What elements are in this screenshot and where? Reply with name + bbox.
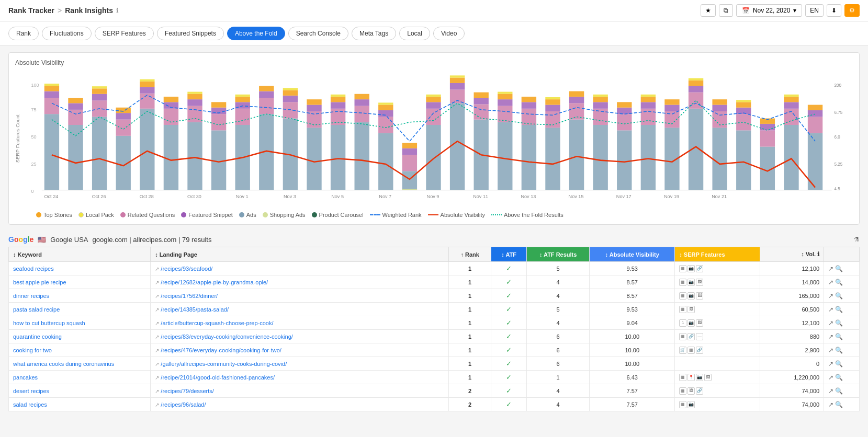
landing-cell[interactable]: ↗ /recipes/17562/dinner/	[151, 289, 449, 303]
tab-local[interactable]: Local	[399, 27, 430, 40]
col-serp-features[interactable]: ↕ SERP Features	[675, 247, 760, 262]
trend-button[interactable]: ↗	[828, 374, 833, 381]
serp-feature-icon[interactable]: 1	[679, 319, 686, 327]
col-abs-vis[interactable]: ↕ Absolute Visibility	[590, 247, 675, 262]
serp-feature-icon[interactable]: ▦	[679, 279, 686, 286]
landing-cell[interactable]: ↗ /recipe/21014/good-old-fashioned-panca…	[151, 371, 449, 384]
keyword-cell[interactable]: seafood recipes	[9, 262, 151, 275]
search-button[interactable]: 🔍	[835, 306, 843, 313]
landing-cell[interactable]: ↗ /recipes/79/desserts/	[151, 384, 449, 398]
tab-fluctuations[interactable]: Fluctuations	[42, 27, 92, 40]
serp-feature-icon[interactable]: 📷	[687, 265, 695, 272]
search-button[interactable]: 🔍	[835, 401, 843, 408]
download-button[interactable]: ⬇	[827, 4, 841, 17]
serp-feature-icon[interactable]: 🖼	[696, 292, 703, 300]
landing-cell[interactable]: ↗ /recipes/476/everyday-cooking/cooking-…	[151, 343, 449, 357]
language-button[interactable]: EN	[805, 4, 824, 17]
landing-cell[interactable]: ↗ /recipe/12682/apple-pie-by-grandma-opl…	[151, 275, 449, 289]
serp-feature-icon[interactable]: 📷	[687, 401, 695, 408]
col-landing[interactable]: ↕ Landing Page	[151, 247, 449, 262]
keyword-cell[interactable]: desert recipes	[9, 384, 151, 398]
serp-feature-icon[interactable]: 📷	[687, 279, 695, 286]
keyword-cell[interactable]: quarantine cooking	[9, 330, 151, 343]
landing-cell[interactable]: ↗ /recipes/93/seafood/	[151, 262, 449, 275]
keyword-cell[interactable]: what america cooks during coronavirius	[9, 357, 151, 371]
tab-above-the-fold[interactable]: Above the Fold	[227, 27, 285, 40]
col-keyword[interactable]: ↕ Keyword	[9, 247, 151, 262]
landing-cell[interactable]: ↗ /recipe/14385/pasta-salad/	[151, 303, 449, 316]
tab-rank[interactable]: Rank	[8, 27, 39, 40]
trend-button[interactable]: ↗	[828, 333, 833, 340]
landing-cell[interactable]: ↗ /article/buttercup-squash-choose-prep-…	[151, 316, 449, 330]
serp-feature-icon[interactable]: 🔗	[696, 347, 703, 354]
col-atf[interactable]: ↕ ATF	[491, 247, 527, 262]
copy-button[interactable]: ⧉	[719, 4, 733, 17]
keyword-cell[interactable]: cooking for two	[9, 343, 151, 357]
tab-video[interactable]: Video	[433, 27, 465, 40]
serp-feature-icon[interactable]: ▦	[679, 374, 686, 381]
serp-feature-icon[interactable]: 📷	[687, 292, 695, 300]
trend-button[interactable]: ↗	[828, 279, 833, 286]
serp-feature-icon[interactable]: 📷	[696, 374, 703, 381]
serp-feature-icon[interactable]: 🖼	[696, 319, 703, 327]
landing-cell[interactable]: ↗ /gallery/allrecipes-community-cooks-du…	[151, 357, 449, 371]
col-rank[interactable]: ↑ Rank	[448, 247, 491, 262]
search-button[interactable]: 🔍	[835, 347, 843, 354]
serp-feature-icon[interactable]: 🛒	[679, 347, 686, 354]
search-button[interactable]: 🔍	[835, 265, 843, 272]
serp-feature-icon[interactable]: 📷	[687, 319, 695, 327]
serp-feature-icon[interactable]: —	[696, 333, 703, 340]
search-button[interactable]: 🔍	[835, 319, 843, 327]
star-button[interactable]: ★	[701, 4, 716, 17]
landing-cell[interactable]: ↗ /recipes/96/salad/	[151, 398, 449, 411]
trend-button[interactable]: ↗	[828, 401, 833, 408]
keyword-cell[interactable]: pancakes	[9, 371, 151, 384]
tab-search-console[interactable]: Search Console	[288, 27, 348, 40]
keyword-cell[interactable]: salad recipes	[9, 398, 151, 411]
actions-cell: ↗🔍	[824, 330, 860, 343]
trend-button[interactable]: ↗	[828, 360, 833, 367]
col-vol[interactable]: ↕ Vol. ℹ	[760, 247, 824, 262]
settings-button[interactable]: ⚙	[844, 4, 860, 17]
search-button[interactable]: 🔍	[835, 279, 843, 286]
landing-cell[interactable]: ↗ /recipes/83/everyday-cooking/convenien…	[151, 330, 449, 343]
search-button[interactable]: 🔍	[835, 374, 843, 381]
serp-feature-icon[interactable]: 🖼	[687, 306, 695, 313]
date-picker-button[interactable]: 📅 Nov 22, 2020 ▾	[736, 4, 802, 17]
serp-feature-icon[interactable]: 🖼	[704, 374, 712, 381]
keyword-cell[interactable]: how to cut buttercup squash	[9, 316, 151, 330]
svg-rect-25	[140, 94, 154, 109]
search-button[interactable]: 🔍	[835, 333, 843, 340]
tab-featured-snippets[interactable]: Featured Snippets	[157, 27, 224, 40]
serp-feature-icon[interactable]: ▦	[679, 265, 686, 272]
trend-button[interactable]: ↗	[828, 347, 833, 354]
search-button[interactable]: 🔍	[835, 292, 843, 300]
serp-feature-icon[interactable]: 📍	[687, 374, 695, 381]
info-icon[interactable]: ℹ	[116, 7, 119, 14]
col-atf-results[interactable]: ↕ ATF Results	[527, 247, 590, 262]
search-button[interactable]: 🔍	[835, 387, 843, 395]
serp-feature-icon[interactable]: ▦	[679, 306, 686, 313]
serp-feature-icon[interactable]: 🔗	[687, 333, 695, 340]
trend-button[interactable]: ↗	[828, 265, 833, 272]
serp-feature-icon[interactable]: ▦	[679, 292, 686, 300]
trend-button[interactable]: ↗	[828, 306, 833, 313]
keyword-cell[interactable]: pasta salad recipe	[9, 303, 151, 316]
serp-feature-icon[interactable]: ▦	[679, 333, 686, 340]
trend-button[interactable]: ↗	[828, 319, 833, 327]
tab-serp-features[interactable]: SERP Features	[95, 27, 154, 40]
serp-feature-icon[interactable]: 🖼	[696, 279, 703, 286]
filter-icon[interactable]: ⚗	[854, 236, 860, 243]
serp-feature-icon[interactable]: ▦	[687, 347, 695, 354]
keyword-cell[interactable]: best apple pie recipe	[9, 275, 151, 289]
serp-feature-icon[interactable]: 🔗	[696, 387, 703, 395]
serp-feature-icon[interactable]: ▦	[679, 387, 686, 395]
serp-feature-icon[interactable]: 🔗	[696, 265, 703, 272]
serp-feature-icon[interactable]: ▦	[679, 401, 686, 408]
search-button[interactable]: 🔍	[835, 360, 843, 367]
tab-meta-tags[interactable]: Meta Tags	[352, 27, 396, 40]
serp-feature-icon[interactable]: 🖼	[687, 387, 695, 395]
trend-button[interactable]: ↗	[828, 387, 833, 395]
keyword-cell[interactable]: dinner recipes	[9, 289, 151, 303]
trend-button[interactable]: ↗	[828, 292, 833, 300]
